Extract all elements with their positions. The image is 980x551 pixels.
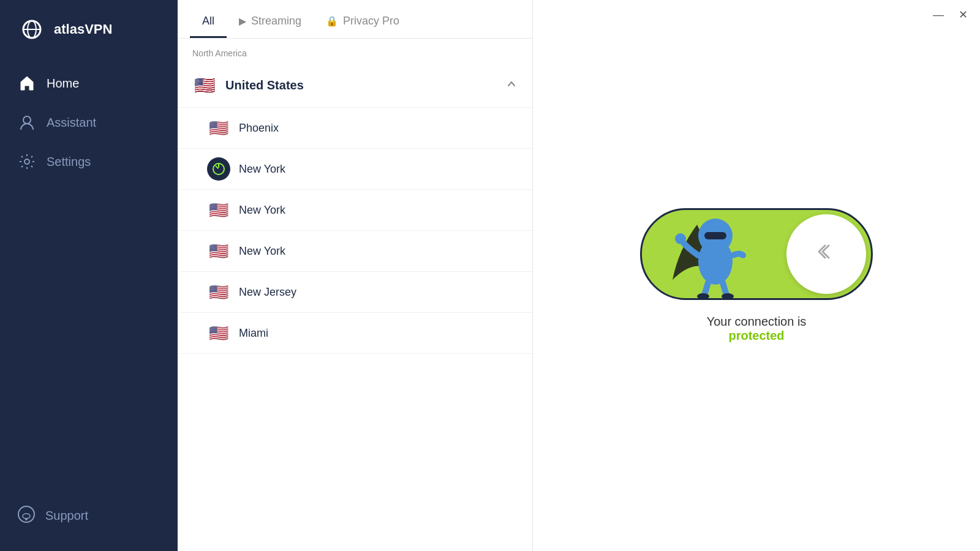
gear-icon xyxy=(17,152,37,171)
minimize-button[interactable]: — xyxy=(931,7,946,22)
server-name-new-jersey: New Jersey xyxy=(239,286,296,299)
tab-streaming[interactable]: ▶ Streaming xyxy=(227,9,314,38)
assistant-icon xyxy=(17,113,37,132)
titlebar: — ✕ xyxy=(921,0,980,29)
server-row-miami[interactable]: 🇺🇸 Miami xyxy=(178,313,532,354)
sidebar-home-label: Home xyxy=(47,77,79,91)
server-name-miami: Miami xyxy=(239,327,268,340)
vpn-toggle-container xyxy=(640,208,873,300)
server-row-new-york-3[interactable]: 🇺🇸 New York xyxy=(178,231,532,272)
sidebar-item-settings[interactable]: Settings xyxy=(0,142,178,181)
sidebar-settings-label: Settings xyxy=(47,155,91,169)
tab-privacy-pro-label: Privacy Pro xyxy=(343,15,399,28)
server-flag-new-jersey: 🇺🇸 xyxy=(207,280,230,304)
vpn-toggle-track[interactable] xyxy=(640,208,873,300)
country-flag-us: 🇺🇸 xyxy=(192,73,217,97)
server-panel: All ▶ Streaming 🔒 Privacy Pro North Amer… xyxy=(178,0,533,551)
server-flag-new-york-3: 🇺🇸 xyxy=(207,239,230,263)
connection-text: Your connection is xyxy=(707,315,807,328)
connection-text-area: Your connection is protected xyxy=(707,315,807,343)
lock-icon: 🔒 xyxy=(326,15,338,27)
tab-streaming-label: Streaming xyxy=(251,15,301,28)
main-content: All ▶ Streaming 🔒 Privacy Pro North Amer… xyxy=(178,0,980,551)
server-row-phoenix[interactable]: 🇺🇸 Phoenix xyxy=(178,108,532,149)
chevron-up-icon xyxy=(505,78,518,93)
server-flag-miami: 🇺🇸 xyxy=(207,321,230,345)
sidebar: atlasVPN Home Assistant Settings xyxy=(0,0,178,551)
home-icon xyxy=(17,73,37,93)
country-name-us: United States xyxy=(225,78,497,92)
mascot-character xyxy=(660,200,764,298)
server-flag-new-york-active xyxy=(207,157,230,181)
server-name-new-york-1: New York xyxy=(239,163,285,176)
server-name-phoenix: Phoenix xyxy=(239,122,279,135)
right-panel: Your connection is protected xyxy=(533,0,980,551)
region-label: North America xyxy=(178,39,532,63)
tabs-bar: All ▶ Streaming 🔒 Privacy Pro xyxy=(178,0,532,39)
svg-point-15 xyxy=(675,233,686,244)
sidebar-item-support[interactable]: Support xyxy=(0,495,178,536)
logo-area: atlasVPN xyxy=(0,15,178,64)
svg-point-8 xyxy=(25,518,28,520)
server-row-new-york-1[interactable]: New York xyxy=(178,149,532,190)
svg-point-4 xyxy=(23,116,31,124)
tab-privacy-pro[interactable]: 🔒 Privacy Pro xyxy=(314,9,412,38)
sidebar-support-label: Support xyxy=(45,509,88,523)
server-list[interactable]: North America 🇺🇸 United States 🇺🇸 Phoeni… xyxy=(178,39,532,551)
support-icon xyxy=(17,505,36,527)
svg-rect-12 xyxy=(704,232,726,239)
country-row-us[interactable]: 🇺🇸 United States xyxy=(178,63,532,108)
connection-status: protected xyxy=(728,329,784,342)
sidebar-assistant-label: Assistant xyxy=(47,116,96,130)
tab-all[interactable]: All xyxy=(190,9,227,38)
server-flag-phoenix: 🇺🇸 xyxy=(207,116,230,140)
sidebar-item-home[interactable]: Home xyxy=(0,64,178,103)
server-row-new-jersey[interactable]: 🇺🇸 New Jersey xyxy=(178,272,532,313)
server-name-new-york-2: New York xyxy=(239,204,285,217)
server-flag-new-york-2: 🇺🇸 xyxy=(207,198,230,222)
tab-all-label: All xyxy=(202,15,214,28)
chevron-left-icon xyxy=(814,239,839,269)
logo-icon xyxy=(17,15,47,44)
server-row-new-york-2[interactable]: 🇺🇸 New York xyxy=(178,190,532,231)
sidebar-item-assistant[interactable]: Assistant xyxy=(0,103,178,142)
vpn-toggle-area: Your connection is protected xyxy=(640,208,873,343)
vpn-toggle-knob[interactable] xyxy=(786,214,866,294)
svg-point-5 xyxy=(24,159,29,164)
app-title: atlasVPN xyxy=(54,21,112,37)
svg-point-7 xyxy=(23,514,30,519)
close-button[interactable]: ✕ xyxy=(956,7,970,22)
server-name-new-york-3: New York xyxy=(239,245,285,258)
streaming-icon: ▶ xyxy=(239,15,246,27)
